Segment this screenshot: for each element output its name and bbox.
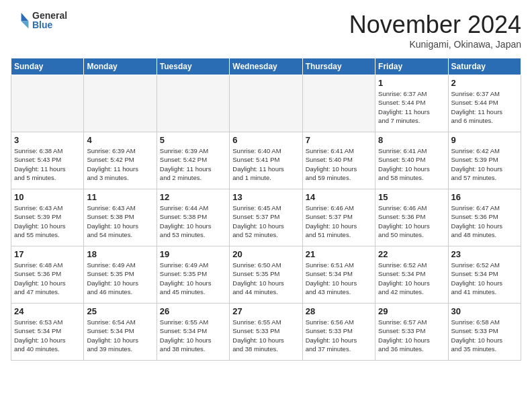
day-number: 14 [306,192,372,202]
day-number: 29 [378,306,445,316]
day-info: Sunrise: 6:55 AM Sunset: 5:33 PM Dayligh… [232,318,299,353]
day-number: 15 [378,192,445,202]
weekday-header: Monday [84,58,157,75]
day-info: Sunrise: 6:50 AM Sunset: 5:35 PM Dayligh… [232,261,299,296]
calendar-week-row: 10Sunrise: 6:43 AM Sunset: 5:39 PM Dayli… [11,189,521,246]
day-number: 16 [451,192,518,202]
svg-marker-1 [21,21,29,29]
day-info: Sunrise: 6:54 AM Sunset: 5:34 PM Dayligh… [87,318,153,353]
calendar-cell: 8Sunrise: 6:41 AM Sunset: 5:40 PM Daylig… [375,132,448,189]
day-info: Sunrise: 6:57 AM Sunset: 5:33 PM Dayligh… [378,318,445,353]
logo-icon [11,11,30,30]
calendar-cell: 5Sunrise: 6:39 AM Sunset: 5:42 PM Daylig… [157,132,229,189]
day-info: Sunrise: 6:49 AM Sunset: 5:35 PM Dayligh… [87,261,153,296]
calendar-cell: 27Sunrise: 6:55 AM Sunset: 5:33 PM Dayli… [230,304,302,361]
weekday-header: Saturday [448,58,521,75]
day-info: Sunrise: 6:53 AM Sunset: 5:34 PM Dayligh… [14,318,81,353]
logo-blue-text: Blue [32,20,67,30]
day-number: 4 [87,135,153,145]
day-number: 9 [451,135,518,145]
weekday-header: Wednesday [230,58,302,75]
calendar-week-row: 3Sunrise: 6:38 AM Sunset: 5:43 PM Daylig… [11,132,521,189]
calendar-cell: 23Sunrise: 6:52 AM Sunset: 5:34 PM Dayli… [448,246,521,304]
calendar-cell: 13Sunrise: 6:45 AM Sunset: 5:37 PM Dayli… [230,189,302,246]
calendar-cell: 7Sunrise: 6:41 AM Sunset: 5:40 PM Daylig… [302,132,375,189]
day-info: Sunrise: 6:43 AM Sunset: 5:38 PM Dayligh… [87,203,153,239]
calendar-cell [230,75,302,132]
day-number: 6 [232,135,299,145]
calendar-cell: 29Sunrise: 6:57 AM Sunset: 5:33 PM Dayli… [375,304,448,361]
weekday-header: Friday [375,58,448,75]
calendar-cell: 1Sunrise: 6:37 AM Sunset: 5:44 PM Daylig… [375,75,448,132]
weekday-header: Thursday [302,58,375,75]
weekday-header: Sunday [11,58,84,75]
day-info: Sunrise: 6:56 AM Sunset: 5:33 PM Dayligh… [306,318,372,353]
calendar-week-row: 17Sunrise: 6:48 AM Sunset: 5:36 PM Dayli… [11,246,521,304]
day-number: 3 [14,135,81,145]
logo: General Blue [11,11,67,30]
calendar-cell: 16Sunrise: 6:47 AM Sunset: 5:36 PM Dayli… [448,189,521,246]
calendar-cell [11,75,84,132]
day-info: Sunrise: 6:47 AM Sunset: 5:36 PM Dayligh… [451,203,518,239]
title-block: November 2024 Kunigami, Okinawa, Japan [349,11,521,50]
day-number: 2 [451,78,518,88]
day-number: 23 [451,249,518,259]
calendar-cell [157,75,229,132]
calendar-cell: 25Sunrise: 6:54 AM Sunset: 5:34 PM Dayli… [84,304,157,361]
calendar-cell: 15Sunrise: 6:46 AM Sunset: 5:36 PM Dayli… [375,189,448,246]
day-info: Sunrise: 6:46 AM Sunset: 5:36 PM Dayligh… [378,203,445,239]
day-info: Sunrise: 6:44 AM Sunset: 5:38 PM Dayligh… [160,203,226,239]
calendar-cell: 24Sunrise: 6:53 AM Sunset: 5:34 PM Dayli… [11,304,84,361]
calendar-cell [84,75,157,132]
day-number: 13 [232,192,299,202]
day-info: Sunrise: 6:39 AM Sunset: 5:42 PM Dayligh… [160,146,226,182]
day-number: 10 [14,192,81,202]
day-number: 28 [306,306,372,316]
day-number: 7 [306,135,372,145]
calendar-cell: 6Sunrise: 6:40 AM Sunset: 5:41 PM Daylig… [230,132,302,189]
day-number: 24 [14,306,81,316]
calendar-cell [302,75,375,132]
calendar-body: 1Sunrise: 6:37 AM Sunset: 5:44 PM Daylig… [11,75,521,361]
day-number: 17 [14,249,81,259]
calendar-cell: 4Sunrise: 6:39 AM Sunset: 5:42 PM Daylig… [84,132,157,189]
day-info: Sunrise: 6:48 AM Sunset: 5:36 PM Dayligh… [14,261,81,296]
calendar-cell: 10Sunrise: 6:43 AM Sunset: 5:39 PM Dayli… [11,189,84,246]
calendar-header: SundayMondayTuesdayWednesdayThursdayFrid… [11,58,521,75]
day-number: 22 [378,249,445,259]
day-number: 5 [160,135,226,145]
day-number: 8 [378,135,445,145]
day-number: 1 [378,78,445,88]
weekday-row: SundayMondayTuesdayWednesdayThursdayFrid… [11,58,521,75]
day-number: 26 [160,306,226,316]
day-number: 21 [306,249,372,259]
day-info: Sunrise: 6:41 AM Sunset: 5:40 PM Dayligh… [306,146,372,182]
calendar-cell: 30Sunrise: 6:58 AM Sunset: 5:33 PM Dayli… [448,304,521,361]
day-info: Sunrise: 6:52 AM Sunset: 5:34 PM Dayligh… [451,261,518,296]
calendar-cell: 2Sunrise: 6:37 AM Sunset: 5:44 PM Daylig… [448,75,521,132]
logo-general-text: General [32,11,67,20]
day-number: 25 [87,306,153,316]
calendar-cell: 26Sunrise: 6:55 AM Sunset: 5:34 PM Dayli… [157,304,229,361]
day-info: Sunrise: 6:52 AM Sunset: 5:34 PM Dayligh… [378,261,445,296]
weekday-header: Tuesday [157,58,229,75]
day-info: Sunrise: 6:37 AM Sunset: 5:44 PM Dayligh… [378,89,445,125]
day-info: Sunrise: 6:46 AM Sunset: 5:37 PM Dayligh… [306,203,372,239]
calendar-cell: 12Sunrise: 6:44 AM Sunset: 5:38 PM Dayli… [157,189,229,246]
calendar-cell: 20Sunrise: 6:50 AM Sunset: 5:35 PM Dayli… [230,246,302,304]
day-number: 18 [87,249,153,259]
svg-marker-0 [21,13,29,21]
day-info: Sunrise: 6:45 AM Sunset: 5:37 PM Dayligh… [232,203,299,239]
day-number: 20 [232,249,299,259]
day-info: Sunrise: 6:43 AM Sunset: 5:39 PM Dayligh… [14,203,81,239]
day-info: Sunrise: 6:55 AM Sunset: 5:34 PM Dayligh… [160,318,226,353]
day-info: Sunrise: 6:49 AM Sunset: 5:35 PM Dayligh… [160,261,226,296]
day-info: Sunrise: 6:41 AM Sunset: 5:40 PM Dayligh… [378,146,445,182]
day-info: Sunrise: 6:37 AM Sunset: 5:44 PM Dayligh… [451,89,518,125]
month-title: November 2024 [349,11,521,39]
day-number: 30 [451,306,518,316]
calendar-cell: 14Sunrise: 6:46 AM Sunset: 5:37 PM Dayli… [302,189,375,246]
page-header: General Blue November 2024 Kunigami, Oki… [11,11,521,50]
day-number: 11 [87,192,153,202]
day-info: Sunrise: 6:51 AM Sunset: 5:34 PM Dayligh… [306,261,372,296]
